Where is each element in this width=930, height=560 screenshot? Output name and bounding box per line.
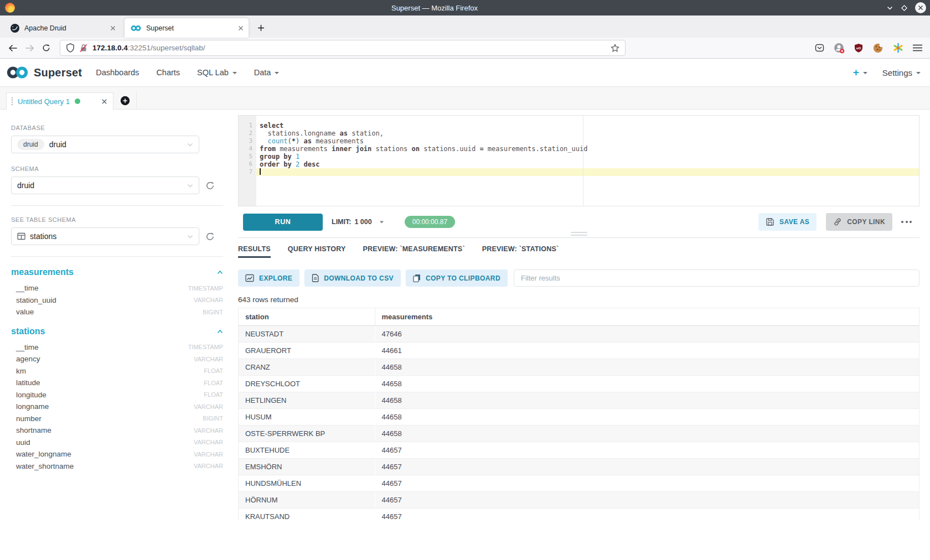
database-select[interactable]: druid druid [11,136,199,153]
table-row[interactable]: NEUSTADT47646 [239,325,919,342]
results-table: station measurements NEUSTADT47646GRAUER… [239,308,919,521]
nav-item-dashboards[interactable]: Dashboards [96,68,139,77]
table-row[interactable]: OSTE-SPERRWERK BP44658 [239,425,919,442]
window-title: Superset — Mozilla Firefox [0,4,869,12]
superset-brand[interactable]: Superset [6,66,82,79]
chevron-down-icon [187,183,193,188]
schema-column-row: __timeTIMESTAMP [11,341,223,354]
tab-close-icon[interactable] [110,25,116,31]
insecure-lock-icon[interactable] [80,44,87,53]
column-header-station[interactable]: station [239,308,375,325]
window-titlebar: Superset — Mozilla Firefox [0,0,930,15]
table-row[interactable]: CRANZ44658 [239,359,919,375]
new-item-plus-button[interactable]: + [853,66,867,79]
refresh-schema-icon[interactable] [205,181,215,190]
schema-column-row: numberBIGINT [11,413,223,425]
table-select[interactable]: stations [11,227,199,245]
browser-toolbar: 172.18.0.4:32251/superset/sqllab/ uO [0,38,930,59]
sql-line[interactable]: stations.longname as station, [256,129,919,137]
table-row[interactable]: HETLINGEN44658 [239,392,919,408]
url-bar[interactable]: 172.18.0.4:32251/superset/sqllab/ [60,40,626,56]
nav-item-data[interactable]: Data [254,68,280,77]
ublock-shield-icon[interactable]: uO [854,43,863,53]
download-csv-button[interactable]: DOWNLOAD TO CSV [304,269,401,287]
svg-text:uO: uO [856,46,861,50]
window-close-button[interactable] [915,2,926,13]
table-row[interactable]: BUXTEHUDE44657 [239,442,919,458]
collapse-caret-icon[interactable] [217,270,223,274]
browser-tab-superset[interactable]: Superset [125,18,249,38]
sql-line[interactable]: select [256,122,919,129]
tab-close-icon[interactable] [238,25,244,31]
brand-name: Superset [34,66,82,79]
tracking-shield-icon[interactable] [66,43,75,53]
copy-clipboard-button[interactable]: COPY TO CLIPBOARD [406,269,508,287]
back-button[interactable] [4,40,21,56]
column-header-measurements[interactable]: measurements [375,308,919,325]
sql-line[interactable]: count(*) as measurements [256,137,919,145]
caret-down-icon [232,72,237,74]
hamburger-menu-icon[interactable] [913,44,922,51]
caret-down-icon [275,72,279,74]
browser-tab-apache-druid[interactable]: Apache Druid [4,18,121,38]
row-count-text: 643 rows returned [238,295,919,304]
window-maximize-button[interactable] [901,4,908,12]
reload-button[interactable] [38,40,54,56]
asterisk-extension-icon[interactable] [893,43,903,53]
explore-button[interactable]: EXPLORE [238,269,299,287]
sql-editor[interactable]: 1234567 select stations.longname as stat… [238,115,919,206]
cookie-icon[interactable] [872,43,884,54]
query-tab-close-icon[interactable] [101,98,107,105]
table-row[interactable]: DREYSCHLOOT44658 [239,375,919,392]
table-row[interactable]: HÖRNUM44657 [239,491,919,508]
run-button[interactable]: RUN [243,214,323,231]
more-options-button[interactable] [899,217,914,226]
superset-navbar: Superset Dashboards Charts SQL Lab Data … [0,59,930,87]
new-query-tab-button[interactable] [113,92,137,109]
firefox-window: Superset — Mozilla Firefox Apache Druid [0,0,930,560]
copy-link-button[interactable]: COPY LINK [826,213,892,231]
pocket-icon[interactable] [815,43,824,53]
tab-results[interactable]: RESULTS [238,245,271,258]
tab-query-history[interactable]: QUERY HISTORY [288,245,346,258]
save-as-button[interactable]: SAVE AS [758,213,817,231]
limit-dropdown[interactable]: LIMIT: 1 000 [332,218,384,226]
table-row[interactable]: GRAUERORT44661 [239,342,919,359]
table-row[interactable]: HUSUM44658 [239,408,919,425]
chart-icon [245,274,254,282]
settings-menu[interactable]: Settings [882,68,921,77]
table-row[interactable]: EMSHÖRN44657 [239,458,919,475]
sql-line[interactable]: order by 2 desc [256,160,919,168]
table-row[interactable]: KRAUTSAND44657 [239,508,919,521]
panel-resize-handle[interactable] [571,232,587,236]
url-text[interactable]: 172.18.0.4:32251/superset/sqllab/ [92,44,205,52]
query-tab-untitled-query-1[interactable]: Untitled Query 1 [6,92,113,110]
nav-item-sql-lab[interactable]: SQL Lab [197,68,237,77]
table-row[interactable]: HUNDSMÜHLEN44657 [239,475,919,491]
account-icon[interactable] [834,43,845,54]
druid-favicon-icon [11,24,19,33]
results-panel: RESULTS QUERY HISTORY PREVIEW: `MEASUREM… [238,245,919,521]
sql-line[interactable] [256,168,919,176]
sql-line[interactable]: from measurements inner join stations on… [256,145,919,153]
tab-preview-measurements[interactable]: PREVIEW: `MEASUREMENTS` [363,245,465,258]
collapse-caret-icon[interactable] [217,329,223,334]
chevron-down-icon [187,142,193,147]
tab-preview-stations[interactable]: PREVIEW: `STATIONS` [482,245,559,258]
refresh-table-icon[interactable] [205,232,215,241]
schema-column-row: longitudeFLOAT [11,389,223,401]
bookmark-star-icon[interactable] [611,44,619,53]
chevron-down-icon [187,234,193,239]
filter-results-input[interactable] [514,269,919,287]
schema-select[interactable]: druid [11,177,199,194]
nav-item-charts[interactable]: Charts [156,68,180,77]
results-table-container[interactable]: station measurements NEUSTADT47646GRAUER… [238,308,919,521]
window-minimize-button[interactable] [886,4,893,12]
schema-table-name[interactable]: stations [11,326,45,336]
sql-line[interactable]: group by 1 [256,153,919,160]
schema-section-measurements: measurements__timeTIMESTAMPstation_uuidV… [11,267,223,318]
schema-table-name[interactable]: measurements [11,267,74,277]
new-tab-button[interactable] [252,19,270,37]
database-label: DATABASE [11,125,223,131]
forward-button[interactable] [21,40,38,56]
